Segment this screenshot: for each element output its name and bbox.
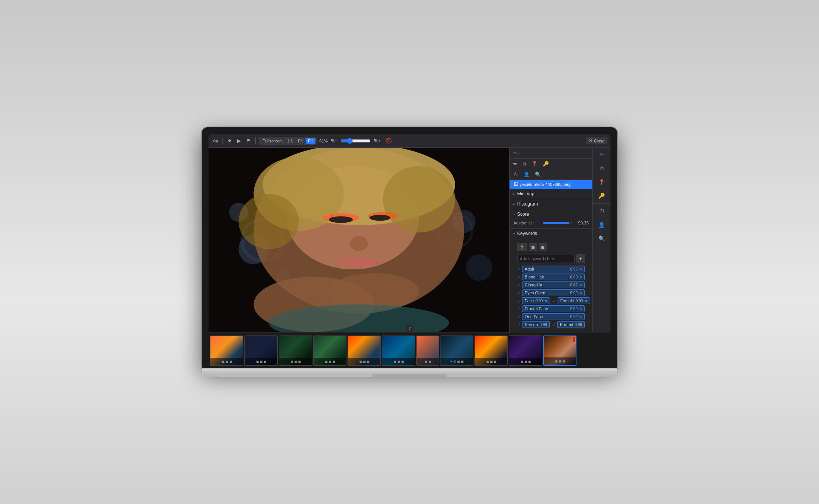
thumb-item-9[interactable]: ◼◼◼	[474, 335, 508, 366]
thumb-item-7[interactable]: ◼◼	[416, 335, 439, 366]
close-btn[interactable]: ✕ Close	[586, 137, 607, 144]
expand-strip-chevron[interactable]: ∨	[406, 325, 413, 332]
kw-tag-close-up: Close-Up 0.82 ✕	[522, 281, 585, 288]
thumb-item-5[interactable]: ◼◼◼	[348, 335, 381, 366]
kw-score-portrait: 0.99	[575, 323, 582, 327]
kw-row-person-portrait: ✓ Person 0.99 ✓ Portrait 0.99	[517, 321, 585, 328]
kw-score-frontal-face: 0.99	[570, 307, 578, 311]
fr-search-btn[interactable]: 🔍	[593, 232, 610, 245]
kw-score-female: 0.99	[576, 299, 583, 303]
fr-key-btn[interactable]: 🔑	[593, 189, 610, 203]
kw-name-close-up: Close-Up	[525, 283, 569, 287]
toolbar-right-group: ✕ Close	[586, 137, 607, 144]
aesthetics-score-row: Aesthetics: 90.35	[510, 219, 592, 228]
laptop-frame: 🛍 ★ ▶ ⚑ Fullscreen 1:1 Fit Fill 61% 🔍−	[202, 127, 617, 377]
minimap-header[interactable]: ▸ Minimap	[510, 189, 592, 199]
thumb-item-8[interactable]: ★ 5 ◼◼	[440, 335, 473, 366]
panel-expand-btn[interactable]: ≡→	[511, 149, 522, 157]
kw-check-blond-hair: ✓	[517, 275, 521, 280]
thumb-item-3[interactable]: ◼◼◼	[279, 335, 312, 366]
kw-remove-female[interactable]: ✕	[584, 299, 587, 303]
fr-edit-btn[interactable]: ✏	[593, 148, 610, 161]
kw-tag-face: Face 0.99 ✕	[522, 297, 550, 304]
kw-name-blond-hair: Blond Hair	[525, 275, 569, 279]
bookmark-btn[interactable]: ▶	[236, 137, 243, 144]
file-item[interactable]: 🖼 pexels-photo-4407688.jpeg	[510, 180, 592, 189]
kw-person-icon-btn[interactable]: 🏃	[517, 243, 527, 251]
score-header[interactable]: ▾ Score	[510, 209, 592, 219]
score-label: Score	[517, 212, 529, 217]
fr-location-btn[interactable]: 📍	[593, 175, 610, 189]
panel-person-btn[interactable]: 👤	[521, 170, 532, 179]
fill-btn[interactable]: Fill	[306, 138, 315, 144]
zoom-out-icon[interactable]: 🔍−	[329, 138, 339, 144]
kw-name-portrait: Portrait	[560, 322, 573, 327]
minimap-section: ▸ Minimap	[510, 189, 592, 199]
image-viewer[interactable]	[209, 148, 509, 332]
kw-score-one-face: 0.99	[570, 315, 578, 319]
kw-item-frontal-face: ✓ Frontal Face 0.99 ✕	[517, 305, 585, 312]
kw-remove-close-up[interactable]: ✕	[579, 283, 582, 287]
histogram-header[interactable]: ▸ Histogram	[510, 199, 592, 209]
kw-tag-icon-btn[interactable]: ◼	[529, 243, 537, 251]
svg-point-4	[466, 254, 492, 281]
flag-btn[interactable]: ⚑	[245, 137, 252, 144]
kw-item-blond-hair: ✓ Blond Hair 0.80 ✕	[517, 274, 585, 280]
kw-remove-frontal-face[interactable]: ✕	[579, 307, 582, 311]
svg-point-21	[329, 273, 419, 310]
bag-icon-btn[interactable]: 🛍	[212, 137, 219, 144]
kw-check-face: ✓	[517, 298, 521, 303]
thumb-item-1[interactable]: ◼◼◼	[210, 335, 243, 366]
thumb-item-4[interactable]: ◼◼◼	[313, 335, 346, 366]
panel-edit-btn[interactable]: ✏	[511, 159, 520, 168]
zoom-value: 61%	[319, 139, 328, 143]
thumb-item-2[interactable]: ◼◼◼	[244, 335, 278, 366]
score-arrow: ▾	[513, 213, 515, 216]
kw-add-input[interactable]	[517, 255, 575, 263]
kw-item-one-face: ✓ One Face 0.99 ✕	[517, 313, 585, 320]
keywords-header[interactable]: ▾ Keywords	[510, 229, 592, 238]
file-icon: 🖼	[513, 182, 518, 187]
panel-clock-btn[interactable]: ⏱	[511, 170, 521, 179]
histogram-arrow: ▸	[513, 203, 515, 206]
kw-item-close-up: ✓ Close-Up 0.82 ✕	[517, 281, 585, 288]
fr-copy-btn[interactable]: ⧉	[593, 161, 610, 175]
fr-clock-btn[interactable]: ⏱	[593, 204, 610, 218]
kw-add-btn[interactable]: +	[576, 254, 585, 263]
star-btn[interactable]: ★	[226, 137, 233, 144]
panel-copy-btn[interactable]: ⧉	[521, 160, 528, 168]
kw-check-frontal-face: ✓	[517, 306, 521, 311]
kw-row-face-female: ✓ Face 0.99 ✕ ✓ Female 0.	[517, 297, 585, 304]
kw-score-close-up: 0.82	[570, 283, 578, 287]
fullscreen-btn[interactable]: Fullscreen	[260, 138, 284, 144]
no-color-btn[interactable]: 🚫	[384, 137, 393, 144]
score-section: ▾ Score Aesthetics: 90.35	[510, 209, 592, 229]
fit-btn[interactable]: Fit	[296, 138, 305, 144]
kw-tag-person: Person 0.99	[522, 321, 550, 328]
thumb-item-10[interactable]: ◼◼◼	[509, 335, 542, 366]
zoom-in-icon[interactable]: 🔍+	[372, 138, 382, 144]
kw-score-face: 0.99	[535, 299, 542, 303]
fr-divider	[593, 203, 610, 204]
minimap-label: Minimap	[517, 191, 534, 196]
kw-remove-face[interactable]: ✕	[544, 299, 547, 303]
kw-score-adult: 0.96	[570, 267, 578, 271]
kw-remove-eyes-open[interactable]: ✕	[579, 291, 582, 295]
kw-tag-female: Female 0.99 ✕	[558, 297, 590, 304]
histogram-section: ▸ Histogram	[510, 199, 592, 209]
kw-tag-blond-hair: Blond Hair 0.80 ✕	[522, 274, 585, 280]
panel-location-btn[interactable]: 📍	[529, 159, 540, 168]
kw-remove-one-face[interactable]: ✕	[579, 315, 582, 319]
kw-remove-blond-hair[interactable]: ✕	[579, 275, 582, 279]
panel-search-btn[interactable]: 🔍	[533, 170, 543, 179]
kw-adjust-icon-btn[interactable]: ◼	[539, 243, 547, 251]
thumb-item-11[interactable]: ◼◼◼	[543, 335, 576, 366]
zoom-slider[interactable]	[340, 138, 371, 144]
kw-add-row: +	[513, 253, 589, 265]
view-mode-group: Fullscreen 1:1 Fit Fill	[259, 137, 317, 145]
ratio-btn[interactable]: 1:1	[285, 138, 295, 144]
panel-key-btn[interactable]: 🔑	[541, 159, 551, 168]
thumb-item-6[interactable]: ◼◼◼	[382, 335, 415, 366]
fr-person-btn[interactable]: 👤	[593, 218, 610, 232]
kw-remove-adult[interactable]: ✕	[579, 267, 582, 271]
